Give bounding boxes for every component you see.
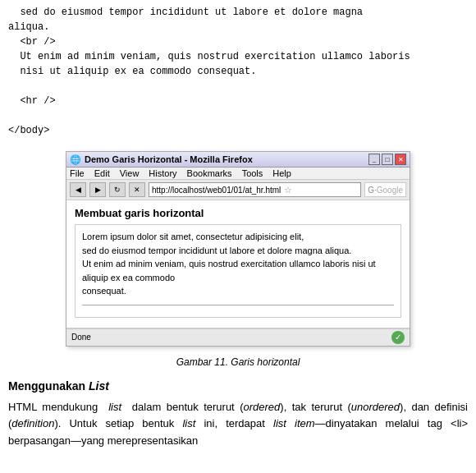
code-line-3: <br /> <box>8 36 56 48</box>
browser-text-box: Lorem ipsum dolor sit amet, consectetur … <box>75 224 401 318</box>
menu-help[interactable]: Help <box>272 168 291 178</box>
code-line-7: <hr /> <box>8 95 56 107</box>
caption-text: Gambar 11. Garis horizontal <box>176 356 300 368</box>
bookmark-star-icon: ☆ <box>284 185 292 195</box>
address-bar[interactable]: http://localhost/web01/01/at_hr.html ☆ <box>149 182 361 197</box>
browser-title: Demo Garis Horizontal - Mozilla Firefox <box>85 154 253 164</box>
browser-menubar: File Edit View History Bookmarks Tools H… <box>66 168 410 180</box>
search-label: G· <box>368 186 377 195</box>
code-block: sed do eiusmod tempor incididunt ut labo… <box>0 0 476 141</box>
heading-italic: List <box>89 379 109 393</box>
address-text: http://localhost/web01/01/at_hr.html <box>152 186 281 195</box>
code-line-1: sed do eiusmod tempor incididunt ut labo… <box>8 7 363 18</box>
code-line-4: Ut enim ad minim veniam, quis nostrud ex… <box>8 51 410 62</box>
window-buttons: _ □ ✕ <box>368 154 406 165</box>
body-word-unordered: unordered <box>351 401 400 413</box>
browser-statusbar: Done ✓ <box>66 328 410 346</box>
code-line-5: nisi ut aliquip ex ea commodo consequat. <box>8 66 256 77</box>
search-bar[interactable]: G· Google <box>364 182 406 197</box>
body-word-listitem: list item <box>273 417 315 429</box>
code-line-2: aliqua. <box>8 21 49 33</box>
code-line-9: </body> <box>8 125 49 136</box>
horizontal-rule <box>82 305 394 305</box>
reload-button[interactable]: ↻ <box>109 182 126 197</box>
browser-toolbar: ◀ ▶ ↻ ✕ http://localhost/web01/01/at_hr.… <box>66 180 410 200</box>
status-icon: ✓ <box>391 331 405 344</box>
menu-view[interactable]: View <box>120 168 140 178</box>
heading-prefix: Menggunakan <box>8 379 89 393</box>
section-heading: Menggunakan List <box>8 379 468 393</box>
browser-text-line1: Lorem ipsum dolor sit amet, consectetur … <box>82 230 394 244</box>
browser-text-line3: Ut enim ad minim veniam, quis nostrud ex… <box>82 257 394 284</box>
status-text: Done <box>71 333 91 342</box>
menu-bookmarks[interactable]: Bookmarks <box>187 168 232 178</box>
body-word-definition: definition <box>11 417 54 429</box>
figure-caption: Gambar 11. Garis horizontal <box>0 356 476 368</box>
browser-page-title: Membuat garis horizontal <box>75 207 401 219</box>
body-word-list1: list <box>108 401 121 413</box>
menu-history[interactable]: History <box>149 168 176 178</box>
close-button[interactable]: ✕ <box>395 154 406 165</box>
browser-text-line4: consequat. <box>82 284 394 298</box>
menu-edit[interactable]: Edit <box>94 168 110 178</box>
maximize-button[interactable]: □ <box>382 154 393 165</box>
browser-text-line2: sed do eiusmod tempor incididunt ut labo… <box>82 244 394 258</box>
body-text: HTML mendukung list dalam bentuk terurut… <box>8 399 468 450</box>
minimize-button[interactable]: _ <box>368 154 380 165</box>
back-button[interactable]: ◀ <box>70 182 86 197</box>
browser-titlebar: 🌐 Demo Garis Horizontal - Mozilla Firefo… <box>66 152 410 168</box>
forward-button[interactable]: ▶ <box>89 182 106 197</box>
search-placeholder: Google <box>377 186 403 195</box>
body-word-list2: list <box>182 417 195 429</box>
browser-window: 🌐 Demo Garis Horizontal - Mozilla Firefo… <box>66 151 410 347</box>
menu-file[interactable]: File <box>70 168 85 178</box>
browser-page-content: Membuat garis horizontal Lorem ipsum dol… <box>66 200 410 328</box>
menu-tools[interactable]: Tools <box>242 168 263 178</box>
stop-button[interactable]: ✕ <box>129 182 145 197</box>
body-word-ordered: ordered <box>243 401 280 413</box>
